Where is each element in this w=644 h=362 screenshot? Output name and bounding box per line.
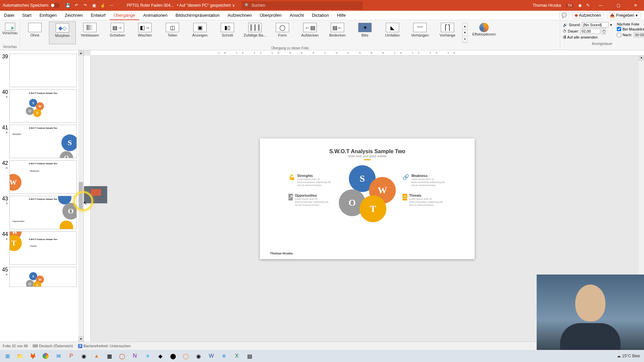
- autosave-toggle[interactable]: [50, 3, 60, 8]
- on-click-checkbox[interactable]: [617, 27, 621, 31]
- app-icon-2[interactable]: ▦: [103, 351, 115, 361]
- after-checkbox[interactable]: [617, 33, 621, 37]
- transition-teilen[interactable]: ◫Teilen: [159, 21, 186, 44]
- weather-widget[interactable]: ☁ 15°C Bew: [617, 354, 640, 358]
- record-button[interactable]: Aufzeichnen: [572, 12, 604, 19]
- preview-button[interactable]: Vorschau: [2, 21, 18, 35]
- slide-thumbnail[interactable]: S.W.O.T Analysis Sample Two Strenghts S …: [9, 125, 77, 158]
- app-icon-4[interactable]: ◆: [154, 351, 166, 361]
- slide-counter[interactable]: Folie 32 von 86: [3, 344, 28, 348]
- present-icon[interactable]: ▣: [91, 3, 97, 8]
- close-button[interactable]: ✕: [629, 0, 642, 11]
- edge-icon[interactable]: e: [218, 351, 230, 361]
- tab-bildschirm[interactable]: Bildschirmpräsentation: [171, 11, 224, 20]
- transition-morphen[interactable]: ◆◇Morphen: [49, 21, 76, 44]
- comments-icon[interactable]: 💬: [559, 12, 569, 19]
- user-name[interactable]: Thomas Hruska: [533, 3, 561, 8]
- tab-start[interactable]: Start: [18, 11, 35, 20]
- tab-entwurf[interactable]: Entwurf: [87, 11, 110, 20]
- tab-animationen[interactable]: Animationen: [139, 11, 171, 20]
- coming-soon-icon[interactable]: ◉: [578, 3, 582, 8]
- word-icon[interactable]: W: [205, 351, 217, 361]
- obs-icon[interactable]: ⬤: [167, 351, 179, 361]
- outlook-icon[interactable]: ✉: [52, 351, 64, 361]
- touch-icon[interactable]: ☝: [100, 3, 105, 8]
- minimize-button[interactable]: —: [594, 0, 607, 11]
- language-indicator[interactable]: ⌨ Deutsch (Österreich): [33, 344, 73, 348]
- tab-zeichnen[interactable]: Zeichnen: [61, 11, 87, 20]
- slide-canvas[interactable]: S.W.O.T Analysis Sample Two Write here y…: [260, 138, 475, 259]
- excel-icon[interactable]: X: [231, 351, 243, 361]
- ink-icon[interactable]: ✎: [586, 3, 590, 8]
- transition-anzeigen[interactable]: ▣Anzeigen: [186, 21, 213, 44]
- tab-uebergaenge[interactable]: Übergänge: [110, 11, 139, 20]
- duration-input[interactable]: [580, 28, 600, 34]
- app-icon[interactable]: ◉: [78, 351, 90, 361]
- transition-schieben[interactable]: ▤→Schieben: [104, 21, 131, 44]
- tab-ueberpruefen[interactable]: Überprüfen: [256, 11, 285, 20]
- maximize-button[interactable]: ▢: [612, 0, 625, 11]
- tab-datei[interactable]: Datei: [0, 11, 18, 20]
- slide-thumbnail[interactable]: S.W.O.T Analysis Sample Two W Weakness: [9, 160, 77, 194]
- search-box[interactable]: 🔍 Suchen: [242, 1, 363, 9]
- transition-verblassen[interactable]: Verblassen: [76, 21, 103, 44]
- tab-hilfe[interactable]: Hilfe: [333, 11, 350, 20]
- transition-verhaengen[interactable]: 〰Verhängen: [407, 21, 433, 44]
- app-icon-6[interactable]: ◉: [193, 351, 205, 361]
- tab-einfuegen[interactable]: Einfügen: [36, 11, 61, 20]
- app-icon-7[interactable]: ▤: [244, 351, 256, 361]
- swot-opportunities[interactable]: ↗ OpportunitiesLorem ipsum dolor sit ame…: [288, 194, 332, 206]
- qat-more-icon[interactable]: ⋯: [109, 3, 114, 8]
- tab-ansicht[interactable]: Ansicht: [285, 11, 308, 20]
- thumb-43[interactable]: 43★ S.W.O.T Analysis Sample Two O Opport…: [1, 196, 77, 229]
- chrome-icon[interactable]: [40, 351, 52, 361]
- share-button[interactable]: 📤Freigeben▾: [607, 12, 641, 19]
- app-icon-3[interactable]: ◯: [116, 351, 128, 361]
- scroll-down-icon[interactable]: ▾: [78, 336, 84, 342]
- swot-weakness[interactable]: 🔗 WeaknessLorem ipsum dolor sit amet,con…: [402, 174, 446, 187]
- file-explorer-icon[interactable]: 📁: [14, 351, 26, 361]
- accessibility-check[interactable]: ♿ Barrierefreiheit: Untersuchen: [78, 344, 131, 348]
- transition-form[interactable]: ◯Form: [269, 21, 296, 44]
- slide-thumbnail[interactable]: [9, 54, 77, 87]
- swot-threats[interactable]: ⚠ ThreatsLorem ipsum dolor sit amet,cons…: [402, 194, 446, 206]
- telegram-icon[interactable]: ✈: [142, 351, 154, 361]
- saved-location[interactable]: • Auf "diesem PC" gespeichert ∨: [177, 3, 235, 8]
- slide-thumbnail[interactable]: S W O T: [9, 267, 77, 287]
- slide-author[interactable]: Thomas Hruska: [270, 252, 293, 255]
- scroll-handle[interactable]: [79, 182, 83, 210]
- canvas-scroll-up-icon[interactable]: ▴: [639, 56, 644, 61]
- vlc-icon[interactable]: ▲: [91, 351, 103, 361]
- after-input[interactable]: [634, 32, 644, 38]
- powerpoint-icon[interactable]: P: [65, 351, 77, 361]
- thumbnail-scrollbar[interactable]: ▴ ▾: [78, 50, 84, 342]
- user-avatar[interactable]: TH: [566, 3, 574, 8]
- transition-umfallen[interactable]: ◣Umfallen: [379, 21, 406, 44]
- transition-ohne[interactable]: Ohne: [21, 21, 48, 44]
- thumb-45[interactable]: 45★ S W O T: [1, 267, 77, 287]
- tab-aufzeichnen[interactable]: Aufzeichnen: [224, 11, 256, 20]
- thumb-39[interactable]: 39: [1, 54, 77, 87]
- transition-aufdecken[interactable]: ←▤Aufdecken: [297, 21, 323, 44]
- transition-schnitt[interactable]: ▮▯Schnitt: [214, 21, 241, 44]
- sound-dropdown[interactable]: [582, 22, 609, 27]
- firefox-icon[interactable]: 🦊: [27, 351, 39, 361]
- slide-title[interactable]: S.W.O.T Analysis Sample Two: [270, 148, 465, 155]
- undo-icon[interactable]: ↶: [74, 3, 79, 8]
- transition-vorhaenge[interactable]: ⎡⎤Vorhänge: [434, 21, 461, 44]
- dropdown-icon[interactable]: ▾: [610, 23, 612, 27]
- onenote-icon[interactable]: N: [129, 351, 141, 361]
- tab-dictation[interactable]: Dictation: [308, 11, 333, 20]
- effect-options-button[interactable]: Effektoptionen: [469, 21, 499, 44]
- thumb-41[interactable]: 41★ S.W.O.T Analysis Sample Two Strenght…: [1, 125, 77, 158]
- transition-blitz[interactable]: ✦Blitz: [352, 21, 378, 44]
- save-icon[interactable]: 💾: [65, 3, 70, 8]
- scroll-up-icon[interactable]: ▴: [78, 50, 84, 56]
- transition-bedecken[interactable]: ▤←Bedecken: [324, 21, 351, 44]
- slide-thumbnail[interactable]: W T S.W.O.T Analysis Sample Two Threats: [9, 231, 77, 265]
- apply-all-button[interactable]: ⇶Auf alle anwenden: [563, 35, 612, 39]
- swot-strengths[interactable]: 💪 StrenghtsLorem ipsum dolor sit amet,co…: [288, 174, 332, 187]
- gallery-expand[interactable]: ▲▼▾: [462, 23, 468, 43]
- slide-thumbnail[interactable]: S.W.O.T Analysis Sample Two O Opportunit…: [9, 196, 77, 229]
- transition-zufaellig[interactable]: ║║║Zufällige Ba...: [241, 21, 268, 44]
